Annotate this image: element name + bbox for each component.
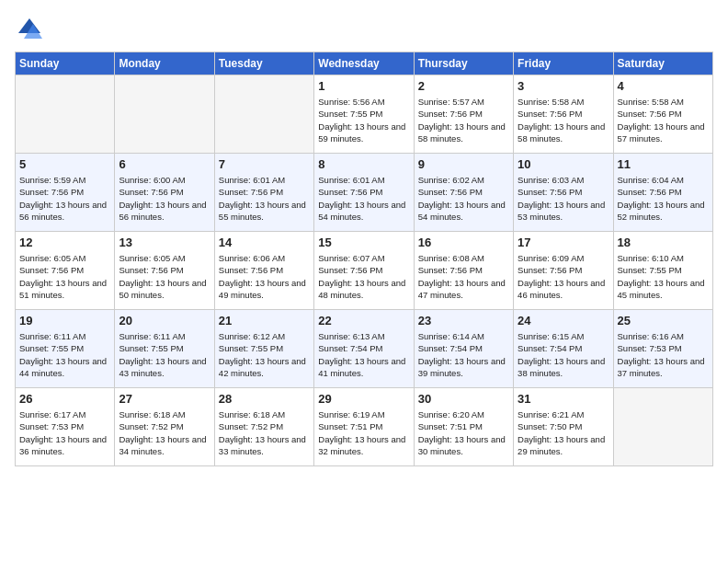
day-info: Sunrise: 5:58 AMSunset: 7:56 PMDaylight:… (518, 96, 609, 144)
calendar-cell (214, 75, 313, 154)
day-info: Sunrise: 6:11 AMSunset: 7:55 PMDaylight:… (119, 330, 210, 379)
day-info: Sunrise: 6:01 AMSunset: 7:56 PMDaylight:… (318, 174, 409, 223)
day-number: 3 (518, 79, 609, 93)
day-info: Sunrise: 6:01 AMSunset: 7:56 PMDaylight:… (219, 174, 310, 223)
day-info: Sunrise: 6:10 AMSunset: 7:55 PMDaylight:… (618, 252, 709, 301)
calendar-cell: 25Sunrise: 6:16 AMSunset: 7:53 PMDayligh… (613, 310, 712, 388)
calendar-cell: 13Sunrise: 6:05 AMSunset: 7:56 PMDayligh… (115, 232, 214, 310)
weekday-header: Saturday (613, 52, 712, 75)
day-info: Sunrise: 6:20 AMSunset: 7:51 PMDaylight:… (418, 408, 509, 457)
day-number: 18 (618, 236, 709, 249)
calendar-cell: 22Sunrise: 6:13 AMSunset: 7:54 PMDayligh… (314, 310, 414, 388)
day-number: 22 (318, 314, 409, 327)
day-info: Sunrise: 6:05 AMSunset: 7:56 PMDaylight:… (19, 252, 110, 301)
day-number: 8 (318, 157, 409, 171)
day-number: 14 (219, 236, 310, 249)
day-info: Sunrise: 6:09 AMSunset: 7:56 PMDaylight:… (518, 252, 609, 301)
calendar-cell: 19Sunrise: 6:11 AMSunset: 7:55 PMDayligh… (16, 310, 115, 388)
calendar-cell: 12Sunrise: 6:05 AMSunset: 7:56 PMDayligh… (16, 232, 115, 310)
calendar-cell: 31Sunrise: 6:21 AMSunset: 7:50 PMDayligh… (514, 388, 613, 466)
weekday-header: Tuesday (214, 52, 313, 75)
page-header (15, 15, 713, 44)
day-number: 30 (418, 392, 509, 406)
calendar-cell: 1Sunrise: 5:56 AMSunset: 7:55 PMDaylight… (314, 75, 414, 154)
calendar-cell: 10Sunrise: 6:03 AMSunset: 7:56 PMDayligh… (514, 154, 613, 232)
calendar-cell: 18Sunrise: 6:10 AMSunset: 7:55 PMDayligh… (613, 232, 712, 310)
weekday-header: Sunday (16, 52, 115, 75)
day-info: Sunrise: 6:03 AMSunset: 7:56 PMDaylight:… (518, 174, 609, 223)
day-number: 16 (418, 236, 509, 249)
day-info: Sunrise: 6:17 AMSunset: 7:53 PMDaylight:… (19, 408, 110, 457)
weekday-header: Monday (115, 52, 214, 75)
day-number: 5 (19, 157, 110, 171)
day-info: Sunrise: 6:04 AMSunset: 7:56 PMDaylight:… (618, 174, 709, 223)
calendar-cell: 7Sunrise: 6:01 AMSunset: 7:56 PMDaylight… (214, 154, 313, 232)
day-info: Sunrise: 6:19 AMSunset: 7:51 PMDaylight:… (318, 408, 409, 457)
day-info: Sunrise: 6:02 AMSunset: 7:56 PMDaylight:… (418, 174, 509, 223)
weekday-header-row: SundayMondayTuesdayWednesdayThursdayFrid… (16, 52, 713, 75)
day-info: Sunrise: 5:59 AMSunset: 7:56 PMDaylight:… (19, 174, 110, 223)
weekday-header: Wednesday (314, 52, 414, 75)
day-number: 4 (618, 79, 709, 93)
day-info: Sunrise: 6:16 AMSunset: 7:53 PMDaylight:… (618, 330, 709, 379)
day-number: 11 (618, 157, 709, 171)
calendar-cell: 5Sunrise: 5:59 AMSunset: 7:56 PMDaylight… (16, 154, 115, 232)
day-number: 27 (119, 392, 210, 406)
calendar-cell (115, 75, 214, 154)
calendar-week-row: 12Sunrise: 6:05 AMSunset: 7:56 PMDayligh… (16, 232, 713, 310)
day-number: 23 (418, 314, 509, 327)
day-number: 17 (518, 236, 609, 249)
day-info: Sunrise: 6:15 AMSunset: 7:54 PMDaylight:… (518, 330, 609, 379)
day-info: Sunrise: 6:14 AMSunset: 7:54 PMDaylight:… (418, 330, 509, 379)
day-number: 28 (219, 392, 310, 406)
calendar-cell: 3Sunrise: 5:58 AMSunset: 7:56 PMDaylight… (514, 75, 613, 154)
calendar-week-row: 5Sunrise: 5:59 AMSunset: 7:56 PMDaylight… (16, 154, 713, 232)
day-number: 13 (119, 236, 210, 249)
day-number: 31 (518, 392, 609, 406)
calendar-cell: 30Sunrise: 6:20 AMSunset: 7:51 PMDayligh… (414, 388, 513, 466)
calendar-cell: 11Sunrise: 6:04 AMSunset: 7:56 PMDayligh… (613, 154, 712, 232)
day-number: 10 (518, 157, 609, 171)
calendar-cell: 4Sunrise: 5:58 AMSunset: 7:56 PMDaylight… (613, 75, 712, 154)
weekday-header: Thursday (414, 52, 513, 75)
calendar-week-row: 26Sunrise: 6:17 AMSunset: 7:53 PMDayligh… (16, 388, 713, 466)
day-number: 2 (418, 79, 509, 93)
calendar-cell: 2Sunrise: 5:57 AMSunset: 7:56 PMDaylight… (414, 75, 513, 154)
day-number: 12 (19, 236, 110, 249)
day-info: Sunrise: 5:56 AMSunset: 7:55 PMDaylight:… (318, 96, 409, 144)
day-info: Sunrise: 6:00 AMSunset: 7:56 PMDaylight:… (119, 174, 210, 223)
calendar-cell: 23Sunrise: 6:14 AMSunset: 7:54 PMDayligh… (414, 310, 513, 388)
day-info: Sunrise: 6:12 AMSunset: 7:55 PMDaylight:… (219, 330, 310, 379)
calendar-week-row: 19Sunrise: 6:11 AMSunset: 7:55 PMDayligh… (16, 310, 713, 388)
calendar-table: SundayMondayTuesdayWednesdayThursdayFrid… (15, 52, 713, 466)
calendar-cell: 27Sunrise: 6:18 AMSunset: 7:52 PMDayligh… (115, 388, 214, 466)
day-info: Sunrise: 6:13 AMSunset: 7:54 PMDaylight:… (318, 330, 409, 379)
calendar-cell: 6Sunrise: 6:00 AMSunset: 7:56 PMDaylight… (115, 154, 214, 232)
calendar-cell: 9Sunrise: 6:02 AMSunset: 7:56 PMDaylight… (414, 154, 513, 232)
calendar-cell: 21Sunrise: 6:12 AMSunset: 7:55 PMDayligh… (214, 310, 313, 388)
logo-icon (15, 15, 44, 44)
day-info: Sunrise: 6:05 AMSunset: 7:56 PMDaylight:… (119, 252, 210, 301)
day-info: Sunrise: 6:06 AMSunset: 7:56 PMDaylight:… (219, 252, 310, 301)
day-number: 29 (318, 392, 409, 406)
day-number: 24 (518, 314, 609, 327)
day-number: 20 (119, 314, 210, 327)
day-info: Sunrise: 6:11 AMSunset: 7:55 PMDaylight:… (19, 330, 110, 379)
day-info: Sunrise: 6:21 AMSunset: 7:50 PMDaylight:… (518, 408, 609, 457)
logo (15, 15, 48, 44)
calendar-cell: 24Sunrise: 6:15 AMSunset: 7:54 PMDayligh… (514, 310, 613, 388)
calendar-cell: 28Sunrise: 6:18 AMSunset: 7:52 PMDayligh… (214, 388, 313, 466)
day-info: Sunrise: 6:18 AMSunset: 7:52 PMDaylight:… (119, 408, 210, 457)
calendar-cell: 15Sunrise: 6:07 AMSunset: 7:56 PMDayligh… (314, 232, 414, 310)
calendar-cell: 29Sunrise: 6:19 AMSunset: 7:51 PMDayligh… (314, 388, 414, 466)
calendar-week-row: 1Sunrise: 5:56 AMSunset: 7:55 PMDaylight… (16, 75, 713, 154)
day-number: 15 (318, 236, 409, 249)
calendar-cell: 16Sunrise: 6:08 AMSunset: 7:56 PMDayligh… (414, 232, 513, 310)
day-number: 19 (19, 314, 110, 327)
calendar-cell (16, 75, 115, 154)
day-number: 6 (119, 157, 210, 171)
day-info: Sunrise: 5:58 AMSunset: 7:56 PMDaylight:… (618, 96, 709, 144)
day-info: Sunrise: 5:57 AMSunset: 7:56 PMDaylight:… (418, 96, 509, 144)
calendar-cell: 20Sunrise: 6:11 AMSunset: 7:55 PMDayligh… (115, 310, 214, 388)
day-number: 21 (219, 314, 310, 327)
